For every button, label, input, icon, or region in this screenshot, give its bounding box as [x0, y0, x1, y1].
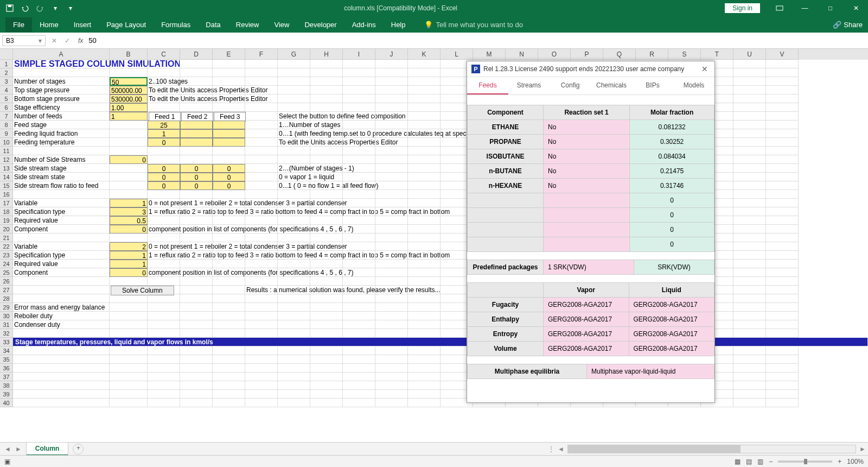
cell[interactable] — [180, 399, 213, 407]
cell[interactable] — [278, 346, 310, 355]
cell[interactable] — [278, 86, 310, 94]
cell[interactable] — [733, 190, 766, 199]
cell[interactable]: 0 — [180, 181, 213, 190]
record-macro-icon[interactable]: ▣ — [4, 458, 10, 465]
section-header[interactable]: Stage temperatures, pressures, liquid an… — [13, 338, 868, 346]
redo-icon[interactable] — [34, 2, 47, 15]
row-header[interactable]: 14 — [0, 173, 13, 181]
cell[interactable] — [310, 60, 343, 68]
zoom-slider[interactable] — [778, 460, 832, 463]
cell[interactable] — [408, 234, 441, 242]
cell[interactable] — [408, 112, 441, 121]
cell[interactable] — [408, 251, 441, 260]
row-header[interactable]: 17 — [0, 199, 13, 207]
cell[interactable] — [766, 329, 799, 338]
cell[interactable] — [408, 164, 441, 173]
cell[interactable] — [375, 346, 408, 355]
cell[interactable] — [408, 199, 441, 207]
cell[interactable] — [278, 268, 310, 277]
cell[interactable] — [180, 225, 213, 234]
cell[interactable] — [245, 294, 278, 303]
cell[interactable] — [278, 155, 310, 164]
cell[interactable] — [213, 216, 245, 225]
ribbon-tab-home[interactable]: Home — [32, 17, 66, 32]
cell[interactable] — [343, 60, 375, 68]
cell[interactable] — [245, 121, 278, 129]
cell[interactable] — [148, 381, 180, 390]
col-header[interactable]: F — [245, 49, 278, 60]
col-header[interactable]: R — [636, 49, 668, 60]
cell[interactable] — [213, 399, 245, 407]
cell[interactable]: 1 — [148, 129, 180, 138]
cell[interactable] — [278, 68, 310, 77]
cell[interactable] — [375, 112, 408, 121]
cell[interactable] — [110, 277, 148, 286]
cell[interactable] — [180, 155, 213, 164]
panel-molar-cell[interactable]: 0 — [630, 237, 714, 252]
share-button[interactable]: 🔗 Share — [833, 21, 863, 29]
cell[interactable] — [213, 268, 245, 277]
cell[interactable] — [375, 155, 408, 164]
cell[interactable] — [343, 199, 375, 207]
row-header[interactable]: 35 — [0, 355, 13, 364]
cell[interactable] — [245, 129, 278, 138]
cell[interactable] — [343, 381, 375, 390]
cell[interactable] — [278, 355, 310, 364]
cell[interactable] — [733, 86, 766, 94]
cell[interactable]: 0 — [180, 173, 213, 181]
cell[interactable] — [408, 77, 441, 86]
cell[interactable] — [278, 364, 310, 373]
cell[interactable] — [733, 286, 766, 294]
cell[interactable] — [148, 390, 180, 399]
cell[interactable] — [213, 147, 245, 155]
cell[interactable] — [245, 329, 278, 338]
cell[interactable] — [213, 364, 245, 373]
cell[interactable] — [408, 286, 441, 294]
cell[interactable] — [766, 381, 799, 390]
cell[interactable] — [310, 77, 343, 86]
cell[interactable] — [733, 199, 766, 207]
cell[interactable] — [213, 207, 245, 216]
cell[interactable] — [148, 147, 180, 155]
cell[interactable] — [245, 181, 278, 190]
cell[interactable] — [733, 147, 766, 155]
cell[interactable] — [733, 399, 766, 407]
zoom-level[interactable]: 100% — [847, 458, 864, 465]
cell[interactable] — [245, 260, 278, 268]
panel-reaction-cell[interactable] — [544, 193, 630, 208]
cell[interactable] — [180, 121, 213, 129]
cell[interactable] — [245, 234, 278, 242]
cell[interactable] — [213, 138, 245, 147]
ribbon-tab-view[interactable]: View — [266, 17, 297, 32]
cell[interactable]: To edit the Units access Properties Edit… — [148, 94, 180, 103]
cell[interactable]: 1 = reflux ratio 2 = ratio top to feed 3… — [148, 207, 180, 216]
cell[interactable] — [148, 312, 180, 320]
cell[interactable] — [245, 390, 278, 399]
cell[interactable]: 1…Number of stages — [278, 121, 310, 129]
cell[interactable] — [375, 181, 408, 190]
cell[interactable] — [110, 68, 148, 77]
cell[interactable] — [733, 112, 766, 121]
cell[interactable] — [13, 147, 110, 155]
cell[interactable] — [408, 329, 441, 338]
col-header[interactable]: N — [506, 49, 538, 60]
cell[interactable] — [278, 94, 310, 103]
col-header[interactable]: U — [733, 49, 766, 60]
col-header[interactable]: L — [441, 49, 473, 60]
panel-tab-bips[interactable]: BIPs — [632, 77, 673, 94]
panel-molar-cell[interactable]: 0.21475 — [630, 164, 714, 179]
cell[interactable] — [110, 121, 148, 129]
ribbon-tab-formulas[interactable]: Formulas — [154, 17, 198, 32]
cell[interactable]: Select the button to define feed composi… — [278, 112, 310, 121]
formula-cancel-icon[interactable]: ✕ — [48, 36, 61, 46]
cell[interactable] — [408, 242, 441, 251]
cell[interactable] — [110, 164, 148, 173]
cell[interactable] — [213, 234, 245, 242]
cell[interactable] — [766, 121, 799, 129]
cell[interactable]: 500000.00 — [110, 86, 148, 94]
cell[interactable] — [375, 68, 408, 77]
cell[interactable] — [148, 216, 180, 225]
fx-icon[interactable]: fx — [74, 37, 87, 45]
cell[interactable] — [245, 364, 278, 373]
cell[interactable] — [343, 320, 375, 329]
